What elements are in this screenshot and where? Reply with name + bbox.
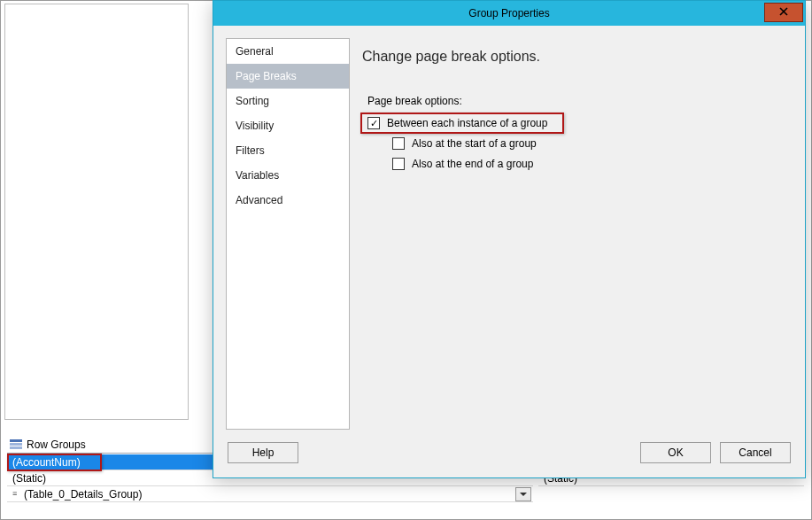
nav-filters[interactable]: Filters bbox=[227, 138, 349, 163]
dialog-content-pane: Change page break options. Page break op… bbox=[362, 38, 793, 430]
close-button[interactable] bbox=[764, 3, 803, 22]
nav-visibility[interactable]: Visibility bbox=[227, 113, 349, 138]
opt-end-label: Also at the end of a group bbox=[412, 158, 533, 170]
nav-page-breaks[interactable]: Page Breaks bbox=[227, 64, 349, 89]
nav-advanced[interactable]: Advanced bbox=[227, 188, 349, 213]
group-item-label: (AccountNum) bbox=[12, 456, 81, 469]
design-canvas-placeholder bbox=[4, 4, 189, 420]
dialog-footer: Help OK Cancel bbox=[213, 439, 805, 477]
opt-start-checkbox[interactable] bbox=[392, 137, 405, 150]
group-properties-dialog: Group Properties General Page Breaks Sor… bbox=[213, 0, 806, 478]
row-groups-label: Row Groups bbox=[27, 439, 86, 451]
dialog-titlebar[interactable]: Group Properties bbox=[213, 1, 805, 26]
section-label: Page break options: bbox=[367, 95, 793, 107]
nav-sorting[interactable]: Sorting bbox=[227, 89, 349, 113]
svg-rect-2 bbox=[10, 446, 22, 449]
opt-start-label: Also at the start of a group bbox=[412, 137, 537, 150]
group-item-label: (Table_0_Details_Group) bbox=[24, 486, 142, 502]
close-icon bbox=[779, 6, 788, 19]
nav-variables[interactable]: Variables bbox=[227, 163, 349, 188]
group-dropdown-button[interactable] bbox=[515, 487, 531, 501]
dialog-body: General Page Breaks Sorting Visibility F… bbox=[213, 26, 805, 439]
svg-rect-0 bbox=[10, 439, 22, 442]
dialog-nav-list: General Page Breaks Sorting Visibility F… bbox=[226, 38, 350, 430]
cancel-button[interactable]: Cancel bbox=[720, 442, 791, 463]
opt-between-row[interactable]: ✓ Between each instance of a group bbox=[362, 114, 793, 132]
opt-end-checkbox[interactable] bbox=[392, 158, 405, 170]
details-group-icon: ≡ bbox=[12, 490, 20, 498]
chevron-down-icon bbox=[520, 493, 527, 497]
page-heading: Change page break options. bbox=[362, 49, 793, 65]
group-item-label: (Static) bbox=[12, 472, 46, 485]
dialog-title: Group Properties bbox=[213, 7, 805, 19]
opt-end-row[interactable]: Also at the end of a group bbox=[387, 155, 793, 173]
nav-general[interactable]: General bbox=[227, 39, 349, 64]
opt-start-row[interactable]: Also at the start of a group bbox=[387, 135, 793, 152]
row-group-details[interactable]: ≡ (Table_0_Details_Group) bbox=[7, 486, 533, 502]
svg-rect-1 bbox=[10, 443, 22, 446]
ok-button[interactable]: OK bbox=[640, 442, 711, 463]
help-button[interactable]: Help bbox=[228, 442, 298, 463]
opt-between-label: Between each instance of a group bbox=[387, 117, 547, 129]
row-groups-icon bbox=[10, 439, 22, 450]
opt-between-checkbox[interactable]: ✓ bbox=[367, 117, 380, 129]
